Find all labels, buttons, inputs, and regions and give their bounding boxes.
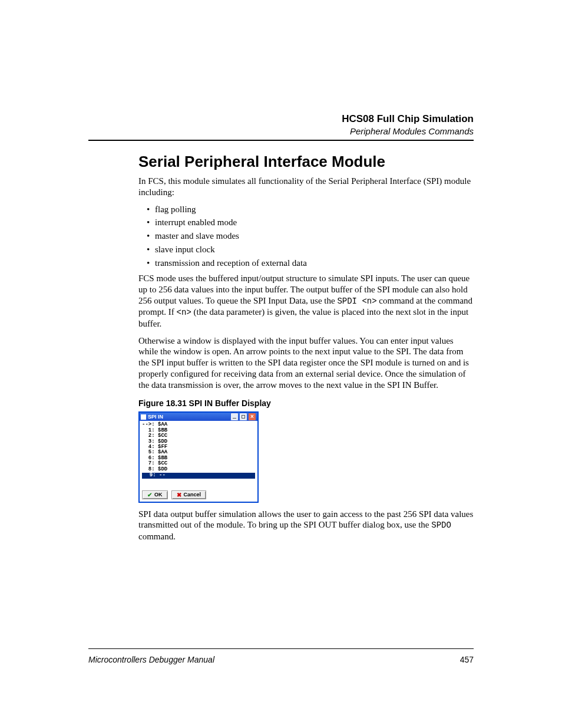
close-icon[interactable] bbox=[248, 413, 256, 421]
spi-in-dialog: SPI IN -->: $AA 1: $BB 2: $CC 3: $DD 4: … bbox=[138, 411, 259, 502]
code-spdi: SPDI <n> bbox=[337, 297, 376, 306]
list-item: interrupt enabled mode bbox=[147, 217, 474, 228]
code-n: <n> bbox=[177, 308, 191, 317]
header-subtitle: Peripheral Modules Commands bbox=[88, 126, 474, 136]
list-item: transmission and reception of external d… bbox=[147, 258, 474, 269]
app-icon bbox=[141, 414, 146, 420]
page-number: 457 bbox=[460, 655, 474, 664]
dialog-list: -->: $AA 1: $BB 2: $CC 3: $DD 4: $FF 5: … bbox=[140, 421, 257, 478]
paragraph-spdo: SPI data output buffer simulation allows… bbox=[138, 509, 474, 542]
feature-list: flag polling interrupt enabled mode mast… bbox=[147, 204, 474, 269]
cancel-label: Cancel bbox=[184, 492, 201, 498]
code-spdo: SPDO bbox=[431, 521, 451, 530]
footer-manual-title: Microcontrollers Debugger Manual bbox=[88, 655, 214, 664]
intro-paragraph: In FCS, this module simulates all functi… bbox=[138, 176, 474, 198]
cancel-button[interactable]: ✖ Cancel bbox=[171, 490, 207, 499]
list-item: slave input clock bbox=[147, 244, 474, 255]
paragraph-spdi: FCS mode uses the buffered input/output … bbox=[138, 273, 474, 329]
minimize-icon[interactable] bbox=[230, 413, 239, 421]
check-icon: ✔ bbox=[147, 492, 152, 498]
list-item: flag polling bbox=[147, 204, 474, 215]
x-icon: ✖ bbox=[177, 492, 181, 498]
header-title: HCS08 Full Chip Simulation bbox=[88, 113, 474, 125]
buffer-row-selected[interactable]: 9: -- bbox=[142, 473, 255, 478]
ok-label: OK bbox=[154, 492, 163, 498]
figure-caption: Figure 18.31 SPI IN Buffer Display bbox=[138, 398, 474, 408]
dialog-title: SPI IN bbox=[148, 414, 163, 420]
maximize-icon[interactable] bbox=[239, 413, 247, 421]
footer-rule bbox=[88, 648, 474, 649]
header-rule bbox=[88, 140, 474, 141]
buffer-row: 8: $DD bbox=[142, 467, 255, 472]
ok-button[interactable]: ✔ OK bbox=[142, 490, 168, 499]
paragraph-window: Otherwise a window is displayed with the… bbox=[138, 335, 474, 391]
dialog-titlebar[interactable]: SPI IN bbox=[140, 413, 257, 421]
section-heading: Serial Peripheral Interface Module bbox=[138, 153, 474, 171]
list-item: master and slave modes bbox=[147, 230, 474, 242]
